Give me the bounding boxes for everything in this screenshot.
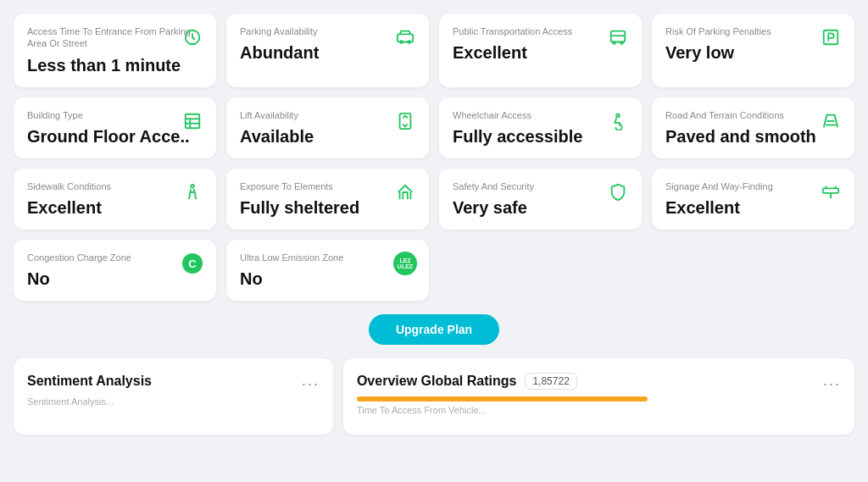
card-value: Fully sheltered <box>240 197 415 218</box>
card-building-type: Building Type Ground Floor Acce.. <box>14 97 216 158</box>
card-value: No <box>27 269 203 289</box>
parking-icon <box>819 25 843 49</box>
card-ulez: LEZULEZ Ultra Low Emission Zone No <box>226 240 429 301</box>
card-value: Ground Floor Acce.. <box>27 126 203 147</box>
card-value: Less than 1 minute <box>27 55 203 75</box>
upgrade-section: Upgrade Plan <box>14 304 854 358</box>
card-safety: Safety And Security Very safe <box>439 169 642 230</box>
card-value: Abundant <box>240 42 415 63</box>
sentiment-menu[interactable]: ... <box>302 372 320 390</box>
svg-rect-9 <box>186 114 200 128</box>
global-ratings-menu[interactable]: ... <box>823 372 841 390</box>
road-icon <box>819 109 843 133</box>
card-label: Risk Of Parking Penalties <box>665 25 841 37</box>
card-label: Road And Terrain Conditions <box>665 109 841 121</box>
clock-icon <box>181 25 204 49</box>
shield-icon <box>606 180 630 204</box>
bus-icon <box>606 25 630 49</box>
global-ratings-header: Overview Global Ratings 1,85722 ... <box>357 372 841 390</box>
card-label: Ultra Low Emission Zone <box>240 252 415 263</box>
ratings-bar <box>357 396 648 402</box>
card-exposure: Exposure To Elements Fully sheltered <box>226 169 429 230</box>
wheelchair-icon <box>606 109 630 133</box>
lift-icon <box>393 109 417 133</box>
card-label: Lift Availability <box>240 109 415 121</box>
card-lift: Lift Availability Available <box>226 97 429 158</box>
card-signage: Signage And Way-Finding Excellent <box>652 169 854 230</box>
sentiment-title: Sentiment Analysis <box>27 374 152 389</box>
card-congestion: C Congestion Charge Zone No <box>14 240 216 301</box>
card-label: Congestion Charge Zone <box>27 252 203 263</box>
car-icon <box>393 25 417 49</box>
svg-rect-4 <box>611 31 626 42</box>
card-label: Building Type <box>27 109 203 121</box>
card-label: Exposure To Elements <box>240 180 415 192</box>
walk-icon <box>181 180 204 204</box>
building-icon <box>181 109 204 133</box>
card-label: Public Transportation Access <box>453 25 628 37</box>
card-parking-penalties: Risk Of Parking Penalties Very low <box>652 14 854 87</box>
global-ratings-title: Overview Global Ratings <box>357 374 517 389</box>
global-ratings-subtitle: Time To Access From Vehicle... <box>357 405 841 415</box>
svg-point-17 <box>191 185 194 188</box>
sentiment-header: Sentiment Analysis ... <box>27 372 320 390</box>
c-icon: C <box>181 252 204 275</box>
card-value: Very safe <box>453 197 628 218</box>
cards-row-3: Sidewalk Conditions Excellent Exposure T… <box>14 169 854 230</box>
card-value: Fully accessible <box>453 126 628 147</box>
global-ratings-panel: Overview Global Ratings 1,85722 ... Time… <box>343 358 854 435</box>
card-road-conditions: Road And Terrain Conditions Paved and sm… <box>652 97 854 158</box>
card-public-transport: Public Transportation Access Excellent <box>439 14 642 87</box>
card-value: Available <box>240 126 415 147</box>
sentiment-subtitle: Sentiment Analysis... <box>27 396 320 407</box>
rating-badge: 1,85722 <box>525 373 576 390</box>
card-value: Excellent <box>665 197 841 218</box>
card-label: Access Time To Entrance From Parking Are… <box>27 25 203 50</box>
upgrade-button[interactable]: Upgrade Plan <box>369 314 499 345</box>
card-label: Parking Availability <box>240 25 415 37</box>
svg-point-14 <box>616 114 620 117</box>
card-value: No <box>240 269 415 289</box>
card-label: Wheelchair Access <box>453 109 628 121</box>
bottom-panels: Sentiment Analysis ... Sentiment Analysi… <box>14 358 854 435</box>
card-sidewalk: Sidewalk Conditions Excellent <box>14 169 216 230</box>
card-value: Paved and smooth <box>665 126 841 147</box>
ulez-icon: LEZULEZ <box>393 252 417 275</box>
shelter-icon <box>393 180 417 204</box>
global-ratings-left: Overview Global Ratings 1,85722 <box>357 373 577 390</box>
sign-icon <box>819 180 843 204</box>
card-label: Signage And Way-Finding <box>665 180 841 192</box>
card-label: Sidewalk Conditions <box>27 180 203 192</box>
cards-row-4: C Congestion Charge Zone No LEZULEZ Ultr… <box>14 240 854 301</box>
card-parking-availability: Parking Availability Abundant <box>226 14 429 87</box>
card-value: Very low <box>665 42 841 63</box>
card-access-time: Access Time To Entrance From Parking Are… <box>14 14 216 87</box>
card-label: Safety And Security <box>453 180 628 192</box>
card-value: Excellent <box>453 42 628 63</box>
card-wheelchair: Wheelchair Access Fully accessible <box>439 97 642 158</box>
card-value: Excellent <box>27 197 203 218</box>
sentiment-panel: Sentiment Analysis ... Sentiment Analysi… <box>14 358 333 435</box>
cards-row-1: Access Time To Entrance From Parking Are… <box>14 14 854 87</box>
cards-row-2: Building Type Ground Floor Acce.. Lift A… <box>14 97 854 158</box>
main-container: Access Time To Entrance From Parking Are… <box>0 0 868 448</box>
svg-rect-20 <box>823 188 838 193</box>
